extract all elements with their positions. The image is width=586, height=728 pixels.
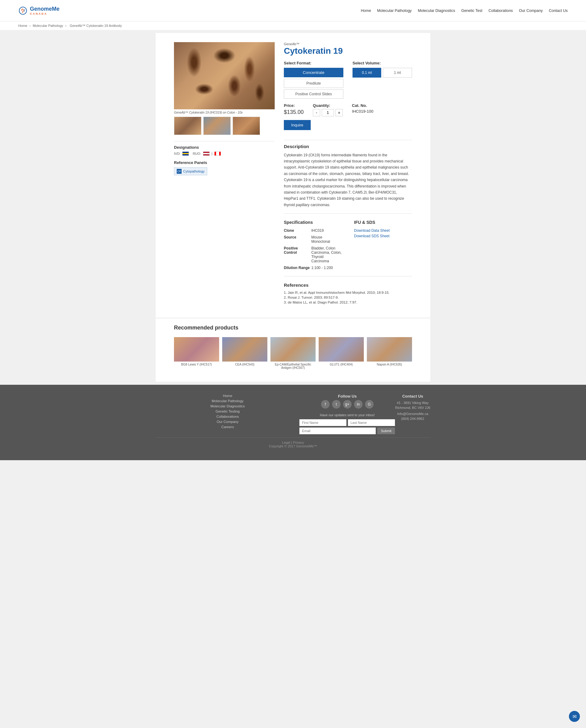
footer-link-collaborations[interactable]: Collaborations [156,415,299,418]
rec-product-name-2: CEA (IHC543) [222,363,267,366]
legal-link[interactable]: Legal [282,441,290,444]
description-title: Description [284,144,412,149]
rec-product-image-4 [319,337,364,362]
dilution-range-label: Dilution Range [284,266,311,270]
footer-nav: Home Molecular Pathology Molecular Diagn… [156,394,299,434]
ifu-title: IFU & SDS [354,220,412,225]
price-value: $135.00 [284,109,304,115]
download-sds-sheet-link[interactable]: Download SDS Sheet [354,234,412,238]
footer-link-home[interactable]: Home [156,394,299,397]
product-images: GeneAb™ Cytokeratin 19 (IHC019) on Colon… [174,42,275,305]
recommended-products: Recommended products BG8 Lewis Y (IHC517… [156,318,430,382]
quantity-section: Quantity: - + [313,103,343,116]
first-name-input[interactable] [299,419,346,426]
nav-molecular-pathology[interactable]: Molecular Pathology [377,8,412,13]
rec-product-5[interactable]: Napsin A (IHC635) [367,337,412,369]
concentrate-button[interactable]: Concentrate [284,68,343,77]
breadcrumb: Home › Molecular Pathology › GeneAb™ Cyt… [0,21,586,30]
rec-product-2[interactable]: CEA (IHC543) [222,337,267,369]
volume-section: Select Volume: 0.1 ml 1 ml [352,61,412,99]
footer-link-molecular-pathology[interactable]: Molecular Pathology [156,399,299,403]
rec-product-name-3: Ep-CAM/Epithelial Specific Antigen (IHC5… [270,363,316,369]
footer-bottom: Legal | Privacy Copyright © 2017 GenomeM… [156,437,430,451]
reference-2: 2. Rosai J. Tumori. 2003; 89:517-9. [284,295,412,299]
recommended-products-list: BG8 Lewis Y (IHC517) CEA (IHC543) Ep-CAM… [174,337,412,369]
download-data-sheet-link[interactable]: Download Data Sheet [354,228,412,233]
rec-product-image-1 [174,337,219,362]
cat-no-value: IHC019-100 [352,109,373,113]
google-icon[interactable]: G [365,400,374,409]
flag-us [203,152,210,156]
chat-button[interactable]: ✉ [569,711,580,722]
breadcrumb-molecular-pathology[interactable]: Molecular Pathology [33,24,63,27]
image-caption: GeneAb™ Cytokeratin 19 (IHC019) on Colon… [174,111,275,114]
volume-label: Select Volume: [352,61,412,66]
rec-product-image-5 [367,337,412,362]
breadcrumb-current: GeneAb™ Cytokeratin 19 Antibody [70,24,122,27]
footer-link-molecular-diagnostics[interactable]: Molecular Diagnostics [156,404,299,408]
thumbnail-3[interactable] [233,116,260,135]
nav-collaborations[interactable]: Collaborations [488,8,513,13]
footer-address2: Richmond, BC V6V 2J6 [395,406,430,410]
designations: Designations IVD: RUO: | [174,141,275,156]
clone-label: Clone [284,228,311,233]
thumbnail-row [174,116,275,135]
rec-product-4[interactable]: GLUT1 (IHC404) [319,337,364,369]
follow-title: Follow Us [299,394,395,398]
product-title: Cytokeratin 19 [284,46,412,56]
footer-address1: #1 - 3691 Viking Way [395,401,430,405]
flag-eu [182,152,189,156]
footer-link-our-company[interactable]: Our Company [156,420,299,423]
cat-no-section: Cat. No. IHC019-100 [352,103,373,113]
cat-label: Cat. No. [352,103,373,108]
nav-our-company[interactable]: Our Company [519,8,543,13]
footer-phone: (604) 244-9962 [395,417,430,420]
main-product-image [174,42,275,109]
quantity-plus-button[interactable]: + [336,109,343,116]
thumbnail-2[interactable] [203,116,231,135]
footer-link-genetic-testing[interactable]: Genetic Testing [156,410,299,413]
logo[interactable]: GenomeMe CANADA [18,6,59,15]
twitter-icon[interactable]: t [332,400,341,409]
newsletter-label: Have our updates sent to your inbox! [299,413,395,417]
volume-01ml-button[interactable]: 0.1 ml [352,68,381,78]
footer-follow: Follow Us f t g+ in G Have our updates s… [299,394,395,434]
product-subtitle: GeneAb™ [284,42,412,46]
cytopathology-panel[interactable]: CP Cytopathology [174,167,207,175]
rec-product-3[interactable]: Ep-CAM/Epithelial Specific Antigen (IHC5… [270,337,316,369]
references-section: References 1. Jain R, et al. Appl Immuno… [284,283,412,304]
rec-product-name-1: BG8 Lewis Y (IHC517) [174,363,219,366]
linkedin-icon[interactable]: in [354,400,363,409]
nav-molecular-diagnostics[interactable]: Molecular Diagnostics [418,8,455,13]
volume-1ml-button[interactable]: 1 ml [383,68,412,78]
quantity-minus-button[interactable]: - [313,109,320,116]
ifu-section: IFU & SDS Download Data Sheet Download S… [354,220,412,272]
positive-control-button[interactable]: Positive Control Slides [284,89,343,99]
nav-contact-us[interactable]: Contact Us [549,8,568,13]
rec-product-name-5: Napsin A (IHC635) [367,363,412,366]
svg-point-0 [19,7,27,15]
last-name-input[interactable] [348,419,395,426]
panel-label: Cytopathology [183,170,205,173]
rec-product-1[interactable]: BG8 Lewis Y (IHC517) [174,337,219,369]
recommended-title: Recommended products [174,324,412,331]
breadcrumb-home[interactable]: Home [18,24,27,27]
nav-home[interactable]: Home [361,8,371,13]
predilute-button[interactable]: Predilute [284,79,343,88]
clone-value: IHC019 [311,228,324,233]
inquire-button[interactable]: Inquire [284,120,311,130]
format-section: Select Format: Concentrate Predilute Pos… [284,61,343,99]
email-input[interactable] [299,427,376,434]
quantity-input[interactable] [322,109,334,116]
privacy-link[interactable]: Privacy [293,441,304,444]
footer-email: Info@GenomeMe.ca [395,412,430,416]
nav-genetic-test[interactable]: Genetic Test [461,8,482,13]
facebook-icon[interactable]: f [321,400,329,409]
reference-3: 3. de Matos LL, et al. Diagn Pathol. 201… [284,301,412,304]
rec-product-name-4: GLUT1 (IHC404) [319,363,364,366]
google-plus-icon[interactable]: g+ [343,400,352,409]
footer-link-careers[interactable]: Careers [156,425,299,429]
reference-1: 1. Jain R, et al. Appl Immunohistochem M… [284,291,412,294]
thumbnail-1[interactable] [174,116,202,135]
submit-button[interactable]: Submit [377,427,395,434]
